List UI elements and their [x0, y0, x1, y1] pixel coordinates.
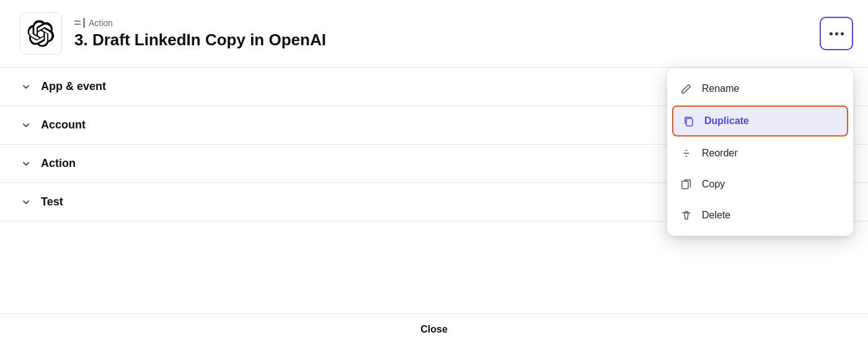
action-label: Action	[74, 18, 326, 28]
reorder-icon	[680, 146, 693, 160]
header-text: Action 3. Draft LinkedIn Copy in OpenAI	[74, 18, 326, 50]
close-button[interactable]: Close	[420, 324, 448, 335]
menu-item-duplicate[interactable]: Duplicate	[672, 105, 848, 137]
menu-item-copy[interactable]: Copy	[667, 169, 853, 200]
pencil-icon	[680, 82, 693, 96]
logo-box	[20, 12, 62, 55]
svg-rect-0	[686, 119, 693, 126]
dash-line-icon	[74, 20, 81, 25]
menu-item-duplicate-label: Duplicate	[704, 115, 749, 127]
dropdown-menu: Rename Duplicate Reorder	[667, 68, 853, 236]
page-title: 3. Draft LinkedIn Copy in OpenAI	[74, 30, 326, 50]
page-wrapper: Action 3. Draft LinkedIn Copy in OpenAI …	[0, 0, 868, 345]
duplicate-icon	[682, 114, 696, 128]
chevron-down-icon	[20, 196, 32, 208]
action-type-icon	[74, 18, 85, 28]
menu-item-reorder[interactable]: Reorder	[667, 138, 853, 169]
chevron-down-icon	[20, 119, 32, 132]
footer: Close	[0, 313, 868, 345]
action-type-text: Action	[89, 18, 113, 28]
menu-item-copy-label: Copy	[702, 179, 725, 190]
section-label-test: Test	[41, 195, 63, 208]
svg-rect-1	[682, 181, 688, 189]
trash-icon	[680, 208, 693, 222]
menu-item-reorder-label: Reorder	[702, 148, 738, 159]
menu-item-delete-label: Delete	[702, 210, 730, 221]
chevron-down-icon	[20, 81, 32, 93]
section-label-action: Action	[41, 157, 76, 170]
chevron-down-icon	[20, 158, 32, 170]
section-label-app-event: App & event	[41, 80, 106, 93]
more-options-button[interactable]	[820, 17, 853, 50]
vertical-bar-icon	[83, 18, 85, 28]
menu-item-delete[interactable]: Delete	[667, 200, 853, 231]
more-dots-icon	[830, 32, 844, 35]
copy-icon	[680, 177, 693, 191]
section-label-account: Account	[41, 119, 86, 132]
menu-item-rename-label: Rename	[702, 83, 739, 94]
openai-icon	[27, 20, 55, 47]
header: Action 3. Draft LinkedIn Copy in OpenAI	[0, 0, 868, 68]
menu-item-rename[interactable]: Rename	[667, 73, 853, 104]
